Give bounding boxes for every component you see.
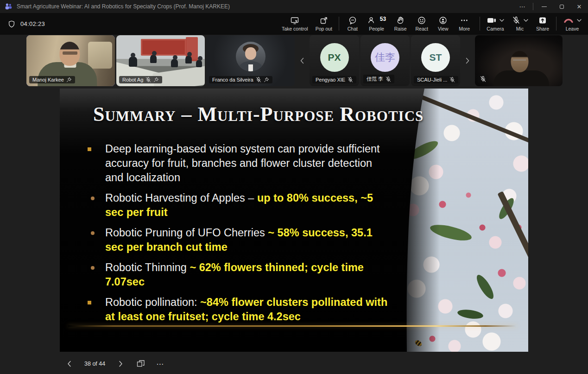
bullet-marker: [87, 142, 105, 185]
name-pill: Robot Ag: [119, 76, 162, 83]
react-button[interactable]: React: [411, 13, 432, 35]
participant-name: Pengyao XIE: [316, 77, 345, 82]
presentation-slide[interactable]: Summary – Multi-Purpose Robotics Deep le…: [60, 89, 528, 352]
bullet-item: Robotic pollination: ~84% flower cluster…: [87, 295, 392, 324]
share-button[interactable]: Share: [532, 13, 553, 35]
view-button[interactable]: View: [432, 13, 454, 35]
previous-slide-button[interactable]: [64, 359, 74, 369]
leave-dropdown-chevron-icon[interactable]: [577, 19, 582, 22]
titlebar: Smart Agriculture Webinar: AI and Roboti…: [0, 0, 588, 13]
device-controls: Camera Mic Share: [477, 13, 585, 35]
more-button[interactable]: More: [454, 13, 475, 35]
participant-name: Manoj Karkee: [32, 77, 64, 82]
teams-logo-icon: [5, 3, 13, 11]
leave-button[interactable]: Leave: [559, 13, 585, 35]
chevron-right-icon: [465, 57, 470, 64]
camera-dropdown-chevron-icon[interactable]: [499, 19, 504, 22]
participant-tile-franco-da-silveira[interactable]: Franco da Silveira: [206, 35, 295, 86]
slide-navigation-bar: 38 of 44 ⋯: [0, 354, 588, 374]
participant-tile-scau-jieli[interactable]: ST SCAU-Jieli ...: [411, 35, 460, 86]
filmstrip-scroll-right-button[interactable]: [462, 35, 474, 86]
more-dots-icon: [460, 16, 469, 25]
chat-icon: [348, 16, 357, 25]
name-pill: 佳范 李: [363, 75, 394, 83]
participant-tile-manoj-karkee[interactable]: Manoj Karkee: [26, 35, 115, 86]
chat-button[interactable]: Chat: [342, 13, 363, 35]
camera-button[interactable]: Camera: [483, 13, 508, 35]
close-button[interactable]: ✕: [570, 0, 588, 13]
toolbar-divider: [480, 17, 480, 31]
shield-icon: [7, 20, 16, 28]
shared-content-stage: Summary – Multi-Purpose Robotics Deep le…: [0, 87, 588, 354]
minimize-icon: [542, 6, 547, 7]
slide-page-indicator: 38 of 44: [84, 361, 105, 367]
participant-tile-pengyao-xie[interactable]: PX Pengyao XIE: [310, 35, 359, 86]
teams-meeting-window: Smart Agriculture Webinar: AI and Roboti…: [0, 0, 588, 374]
mic-dropdown-chevron-icon[interactable]: [524, 19, 528, 22]
meeting-timer-group: 04:02:23: [7, 13, 45, 35]
mic-muted-icon: [348, 77, 353, 82]
avatar-initials: 佳李: [375, 51, 395, 64]
toolbar-divider: [339, 17, 339, 31]
participant-filmstrip: Manoj Karkee Robot Ag: [0, 35, 588, 87]
people-count-badge: 53: [380, 16, 386, 22]
chevron-right-icon: [119, 361, 123, 367]
pin-icon: [153, 77, 159, 82]
next-slide-button[interactable]: [115, 359, 126, 369]
participant-tile-unnamed[interactable]: [475, 35, 563, 86]
pop-out-button[interactable]: Pop out: [312, 13, 336, 35]
slide-title: Summary – Multi-Purpose Robotics: [93, 102, 401, 126]
mic-muted-icon: [480, 76, 486, 82]
participant-tile-jiafan-li[interactable]: 佳李 佳范 李: [360, 35, 410, 86]
mute-indicator: [478, 75, 488, 83]
people-button[interactable]: 53 People: [363, 13, 390, 35]
mic-muted-icon: [386, 76, 391, 82]
avatar: 佳李: [371, 43, 399, 72]
minimize-button[interactable]: [535, 0, 553, 13]
slide-content: Summary – Multi-Purpose Robotics Deep le…: [60, 89, 528, 352]
maximize-button[interactable]: [553, 0, 570, 13]
window-title: Smart Agriculture Webinar: AI and Roboti…: [17, 3, 513, 10]
call-actions: Take control Pop out Chat: [278, 13, 475, 35]
participant-name: Franco da Silveira: [212, 77, 253, 82]
chevron-left-icon: [300, 57, 304, 64]
bullet-marker: [87, 226, 105, 254]
pop-out-icon: [319, 16, 329, 25]
raise-hand-button[interactable]: Raise: [390, 13, 411, 35]
mic-muted-icon: [145, 77, 151, 82]
name-pill: Franco da Silveira: [209, 76, 272, 83]
bullet-marker: [87, 295, 105, 324]
mic-muted-icon: [512, 16, 521, 25]
avatar-initials: PX: [328, 52, 341, 63]
share-icon: [538, 16, 547, 25]
bullet-marker: [87, 191, 105, 220]
mic-button[interactable]: Mic: [508, 13, 532, 35]
slide-divider-line: [68, 325, 517, 327]
avatar: PX: [320, 43, 349, 72]
titlebar-divider: [533, 3, 533, 10]
mic-muted-icon: [449, 77, 455, 82]
slide-more-options-button[interactable]: ⋯: [156, 360, 164, 368]
bullet-item: Robotic Thinning ~ 62% flowers thinned; …: [87, 260, 392, 289]
bullet-item: Robotic Harvesting of Apples – up to 80%…: [87, 191, 392, 220]
window-controls: ⋯ ✕: [513, 0, 588, 13]
bullet-item: Deep learning-based vision system can pr…: [87, 142, 392, 185]
take-control-button[interactable]: Take control: [278, 13, 312, 35]
camera-icon: [487, 16, 497, 25]
bullet-item: Robotic Pruning of UFO Cherries ~ 58% su…: [87, 226, 392, 254]
participant-name: SCAU-Jieli ...: [417, 77, 447, 82]
people-icon: [367, 16, 376, 25]
name-pill: SCAU-Jieli ...: [414, 76, 458, 83]
call-controls-bar: 04:02:23 Take control Pop out: [0, 13, 588, 35]
participant-tile-robot-ag[interactable]: Robot Ag: [116, 35, 205, 86]
filmstrip-scroll-left-button[interactable]: [296, 35, 308, 86]
slide-grid-icon: [137, 360, 145, 368]
titlebar-more-button[interactable]: ⋯: [513, 0, 531, 13]
slide-bullet-list: Deep learning-based vision system can pr…: [87, 142, 392, 324]
slide-thumbnails-button[interactable]: [136, 359, 146, 369]
leave-call-icon: [563, 16, 574, 25]
avatar: [236, 42, 266, 71]
meeting-timer: 04:02:23: [20, 20, 45, 27]
view-icon: [438, 16, 448, 25]
participant-name: 佳范 李: [367, 76, 383, 82]
